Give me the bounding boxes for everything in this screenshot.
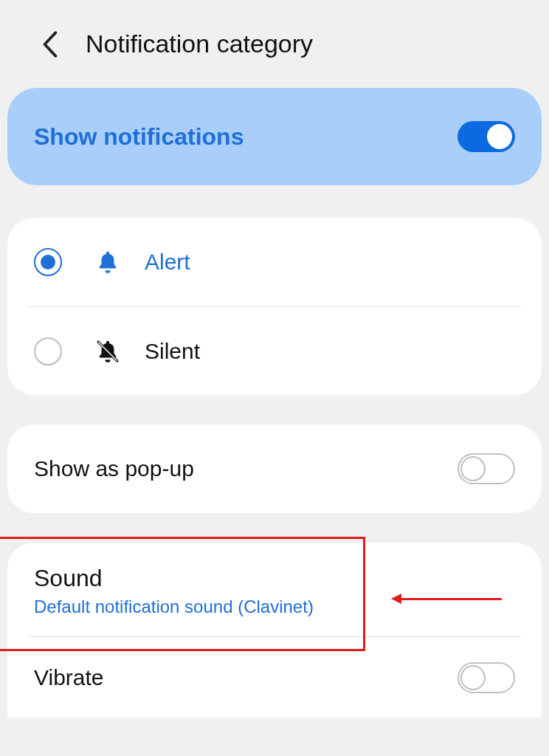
popup-toggle[interactable] <box>458 453 515 484</box>
silent-radio[interactable] <box>34 337 62 365</box>
bell-icon <box>93 247 122 277</box>
vibrate-toggle[interactable] <box>458 662 515 693</box>
alert-mode-row[interactable]: Alert <box>28 218 521 306</box>
popup-row[interactable]: Show as pop-up <box>28 425 521 513</box>
show-notifications-toggle[interactable] <box>458 121 515 152</box>
bell-off-icon <box>93 337 122 366</box>
silent-mode-row[interactable]: Silent <box>28 306 521 395</box>
chevron-left-icon <box>42 31 58 58</box>
show-notifications-label: Show notifications <box>34 123 244 151</box>
mode-card: Alert Silent <box>7 218 542 395</box>
show-notifications-card: Show notifications <box>7 88 542 185</box>
header: Notification category <box>0 0 549 88</box>
vibrate-label: Vibrate <box>34 665 104 690</box>
sound-card: Sound Default notification sound (Clavin… <box>7 543 542 718</box>
vibrate-row[interactable]: Vibrate <box>28 636 521 718</box>
popup-card: Show as pop-up <box>7 425 542 513</box>
silent-label: Silent <box>145 339 200 364</box>
alert-label: Alert <box>145 250 190 275</box>
popup-label: Show as pop-up <box>34 456 194 481</box>
back-button[interactable] <box>37 31 63 58</box>
sound-label: Sound <box>34 565 515 592</box>
page-title: Notification category <box>86 30 313 58</box>
sound-row[interactable]: Sound Default notification sound (Clavin… <box>28 543 521 636</box>
sound-value: Default notification sound (Clavinet) <box>34 597 515 617</box>
alert-radio[interactable] <box>34 248 62 276</box>
show-notifications-row[interactable]: Show notifications <box>28 88 521 185</box>
